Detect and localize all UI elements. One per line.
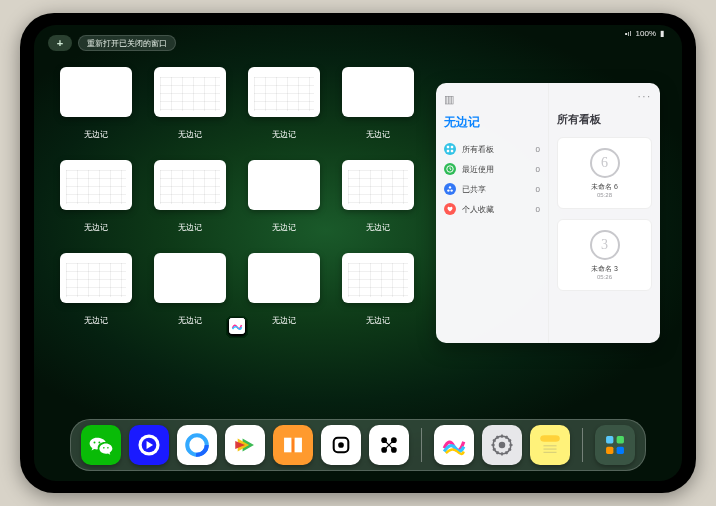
svg-rect-2 [447, 150, 449, 152]
window-thumbnail[interactable]: 无边记 [60, 160, 132, 233]
sidebar-item[interactable]: 已共享 0 [444, 179, 540, 199]
window-thumbnail[interactable]: 无边记 [248, 160, 320, 233]
svg-point-9 [98, 442, 100, 444]
freeform-app-icon [229, 318, 245, 334]
thumbnail-label: 无边记 [84, 315, 108, 326]
dock-app-freeform[interactable] [434, 425, 474, 465]
svg-rect-1 [451, 146, 453, 148]
reopen-closed-window-button[interactable]: 重新打开已关闭的窗口 [78, 35, 176, 51]
sidebar-item[interactable]: 个人收藏 0 [444, 199, 540, 219]
dock [70, 419, 646, 471]
board-card[interactable]: 6 未命名 6 05:28 [557, 137, 652, 209]
thumbnail-label: 无边记 [178, 129, 202, 140]
svg-point-7 [450, 189, 452, 191]
window-thumbnail[interactable]: 无边记 [154, 253, 226, 326]
dock-app-wechat[interactable] [81, 425, 121, 465]
board-title: 未命名 6 [591, 182, 618, 192]
sidebar-item-count: 0 [536, 145, 540, 154]
window-thumbnail[interactable]: 无边记 [248, 253, 320, 326]
window-thumbnail[interactable]: 无边记 [154, 67, 226, 140]
window-thumbnail[interactable]: 无边记 [60, 67, 132, 140]
svg-rect-3 [451, 150, 453, 152]
sidebar-item-label: 个人收藏 [462, 204, 494, 215]
window-thumbnail[interactable]: 无边记 [60, 253, 132, 326]
heart-icon [444, 203, 456, 215]
svg-point-8 [94, 442, 96, 444]
sidebar-item-label: 已共享 [462, 184, 486, 195]
signal-icon: •ıl [625, 29, 632, 38]
svg-point-6 [447, 189, 449, 191]
ipad-screen: •ıl 100% ▮ + 重新打开已关闭的窗口 无边记 无边记 无边记 无边记 … [34, 25, 682, 481]
share-icon [444, 183, 456, 195]
battery-label: 100% [636, 29, 656, 38]
more-icon[interactable]: ··· [638, 91, 652, 102]
boards-heading: 所有看板 [557, 112, 652, 127]
thumbnail-label: 无边记 [178, 315, 202, 326]
clock-icon [444, 163, 456, 175]
thumbnail-label: 无边记 [84, 222, 108, 233]
board-time: 05:28 [597, 192, 612, 198]
thumbnail-label: 无边记 [272, 222, 296, 233]
window-thumbnail[interactable]: 无边记 [248, 67, 320, 140]
svg-rect-40 [540, 435, 560, 442]
svg-point-26 [499, 442, 506, 449]
board-card[interactable]: 3 未命名 3 05:26 [557, 219, 652, 291]
thumbnail-label: 无边记 [272, 315, 296, 326]
freeform-sidebar-title: 无边记 [444, 114, 540, 131]
sidebar-item-label: 最近使用 [462, 164, 494, 175]
sidebar-item-count: 0 [536, 185, 540, 194]
dock-app-unknown-dice[interactable] [321, 425, 361, 465]
window-thumbnail[interactable]: 无边记 [342, 253, 414, 326]
svg-point-5 [449, 186, 451, 188]
sidebar-item[interactable]: 最近使用 0 [444, 159, 540, 179]
board-title: 未命名 3 [591, 264, 618, 274]
dock-app-tencent-video[interactable] [129, 425, 169, 465]
window-thumbnail[interactable]: 无边记 [342, 160, 414, 233]
thumbnail-label: 无边记 [366, 315, 390, 326]
svg-rect-47 [617, 447, 624, 454]
status-bar: •ıl 100% ▮ [625, 29, 664, 38]
thumbnail-label: 无边记 [178, 222, 202, 233]
sidebar-item[interactable]: 所有看板 0 [444, 139, 540, 159]
stage-manager-controls: + 重新打开已关闭的窗口 [48, 35, 176, 51]
board-time: 05:26 [597, 274, 612, 280]
dock-app-books[interactable] [273, 425, 313, 465]
sidebar-item-count: 0 [536, 205, 540, 214]
dock-app-settings[interactable] [482, 425, 522, 465]
dock-app-bilibili[interactable] [225, 425, 265, 465]
window-thumbnail[interactable]: 无边记 [154, 160, 226, 233]
dock-app-notes[interactable] [530, 425, 570, 465]
ipad-device-frame: •ıl 100% ▮ + 重新打开已关闭的窗口 无边记 无边记 无边记 无边记 … [20, 13, 696, 493]
thumbnail-label: 无边记 [366, 222, 390, 233]
sidebar-toggle-icon[interactable]: ▥ [444, 93, 540, 106]
battery-icon: ▮ [660, 29, 664, 38]
thumbnail-label: 无边记 [84, 129, 108, 140]
svg-rect-45 [617, 436, 624, 443]
board-preview: 6 [590, 148, 620, 178]
add-window-button[interactable]: + [48, 35, 72, 51]
svg-rect-46 [606, 447, 613, 454]
thumbnail-label: 无边记 [366, 129, 390, 140]
thumbnail-label: 无边记 [272, 129, 296, 140]
dock-separator [582, 428, 583, 462]
svg-point-10 [103, 447, 105, 449]
dock-separator [421, 428, 422, 462]
svg-rect-0 [447, 146, 449, 148]
window-thumbnail[interactable]: 无边记 [342, 67, 414, 140]
grid-icon [444, 143, 456, 155]
svg-point-11 [107, 447, 109, 449]
sidebar-item-label: 所有看板 [462, 144, 494, 155]
svg-rect-44 [606, 436, 613, 443]
board-preview: 3 [590, 230, 620, 260]
dock-app-app-library[interactable] [595, 425, 635, 465]
freeform-boards-pane: ··· 所有看板 6 未命名 6 05:283 未命名 3 05:26 [548, 83, 660, 343]
freeform-sidebar: ▥ 无边记 所有看板 0 最近使用 0 已共享 0 个人收藏 0 [436, 83, 548, 343]
window-thumbnail-grid: 无边记 无边记 无边记 无边记 无边记 无边记 无边记 无边记 无边记 无边记 … [60, 67, 414, 326]
sidebar-item-count: 0 [536, 165, 540, 174]
dock-app-qq-browser[interactable] [177, 425, 217, 465]
svg-point-20 [338, 442, 344, 448]
dock-app-unknown-dots[interactable] [369, 425, 409, 465]
freeform-window[interactable]: ▥ 无边记 所有看板 0 最近使用 0 已共享 0 个人收藏 0 ··· 所有看… [436, 83, 660, 343]
